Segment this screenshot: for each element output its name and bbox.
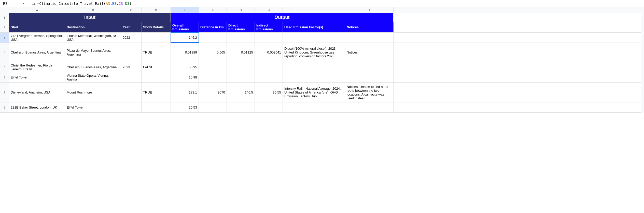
column-header-d[interactable]: D [142,7,171,13]
cell-destination[interactable]: Obelisco, Buenos Aires, Argentina [65,62,121,72]
cell-overall-emissions[interactable]: 55.95 [171,62,199,72]
cell-used-factors[interactable] [283,72,345,82]
cell-show-details[interactable]: TRUE [142,83,171,102]
cell-start[interactable]: Obelisco, Buenos Aires, Argentina [9,43,65,62]
scroll-edge [641,7,644,113]
cell-destination[interactable]: Vienna State Opera, Vienna, Austria [65,72,121,82]
cell-destination[interactable]: Lincoln Memorial, Washington, DC, USA [65,33,121,43]
column-resize-handle[interactable] [254,8,255,13]
cell-show-details[interactable] [142,72,171,82]
row-header-3[interactable]: 3 [0,33,9,43]
table-header-used-factors: Used Emission Factor(s) [283,22,345,32]
cell-distance[interactable] [199,33,227,43]
cell-start[interactable]: Disneyland, Anaheim, USA [9,83,65,102]
cell-direct-emissions[interactable] [227,72,255,82]
column-header-j[interactable]: J [345,7,394,13]
column-header-f[interactable]: F [199,7,227,13]
formula-arg4: D3 [125,2,129,6]
cell-direct-emissions[interactable] [227,33,255,43]
cell-year[interactable] [121,72,142,82]
cell-overall-emissions[interactable]: 0.01389 [171,43,199,62]
cell-reference-input[interactable] [2,1,22,6]
row-header-1[interactable]: 1 [0,13,9,22]
divider [30,1,30,6]
cell-start[interactable]: 742 Evergreen Terrace, Springfield, USA [9,33,65,43]
cell-indirect-emissions[interactable] [255,33,283,43]
cell-used-factors[interactable] [283,102,345,112]
cell-distance[interactable]: 2070 [199,83,227,102]
cell-indirect-emissions[interactable]: 36.55 [255,83,283,102]
cell-direct-emissions[interactable] [227,102,255,112]
row-headers: 12345678 [0,13,9,113]
cell-overall-emissions[interactable]: 15.98 [171,72,199,82]
column-header-e[interactable]: E [171,7,199,13]
cell-notices[interactable] [345,102,394,112]
table-header-year: Year [121,22,142,32]
cell-notices[interactable] [345,33,394,43]
cell-indirect-emissions[interactable] [255,72,283,82]
cell-start[interactable]: Christ the Redeemer, Rio de Janeiro, Bra… [9,62,65,72]
cell-distance[interactable] [199,102,227,112]
cell-overall-emissions[interactable]: 183.1 [171,83,199,102]
row-header-4[interactable]: 4 [0,43,9,62]
cell-notices[interactable]: Notices: Unable to find a rail route bet… [345,83,394,102]
fx-label: fx [32,2,35,6]
cell-overall-emissions[interactable]: 146.2 [171,33,199,43]
cell-used-factors[interactable]: Diesel (100% mineral diesel), 2023, Unit… [283,43,345,62]
cell-indirect-emissions[interactable]: 0.002641 [255,43,283,62]
section-header-input: Input [9,13,171,22]
formula-arg1: A3 [106,2,110,6]
cell-year[interactable] [121,43,142,62]
cell-destination[interactable]: Mount Rushmore [65,83,121,102]
cell-direct-emissions[interactable]: 0.01125 [227,43,255,62]
cell-overall-emissions[interactable]: 20.53 [171,102,199,112]
cell-show-details[interactable] [142,102,171,112]
cell-notices[interactable] [345,62,394,72]
cell-notices[interactable]: Notices: [345,43,394,62]
cell-start[interactable]: Eiffel Tower [9,72,65,82]
cell-used-factors[interactable] [283,33,345,43]
row-header-6[interactable]: 6 [0,72,9,83]
formula-input[interactable]: =Climatiq_Calculate_Travel_Rail(A3,B3,C3… [37,2,642,6]
formula-bar: ▼ fx =Climatiq_Calculate_Travel_Rail(A3,… [0,0,644,7]
cell-year[interactable]: 2023 [121,62,142,72]
column-header-g[interactable]: G [227,7,255,13]
cell-used-factors[interactable] [283,62,345,72]
select-all-corner[interactable] [0,7,9,13]
row-header-7[interactable]: 7 [0,83,9,102]
cell-distance[interactable] [199,62,227,72]
table-header-show-details: Show Details [142,22,171,32]
row-header-2[interactable]: 2 [0,22,9,33]
cell-distance[interactable]: 0.665 [199,43,227,62]
formula-func: =Climatiq_Calculate_Travel_Rail( [37,2,106,6]
cell-start[interactable]: 221B Baker Street, London, UK [9,102,65,112]
cell-notices[interactable] [345,72,394,82]
column-header-a[interactable]: A [9,7,65,13]
column-header-h[interactable]: H [255,7,283,13]
formula-comma: , [110,2,112,6]
cell-distance[interactable] [199,72,227,82]
cell-indirect-emissions[interactable] [255,102,283,112]
cell-direct-emissions[interactable]: 146.5 [227,83,255,102]
column-header-c[interactable]: C [121,7,142,13]
cell-destination[interactable]: Plaza de Mayo, Buenos Aires, Argentina [65,43,121,62]
column-header-b[interactable]: B [65,7,121,13]
section-header-output: Output [171,13,394,22]
cell-ref-dropdown-icon[interactable]: ▼ [22,2,25,5]
cell-year[interactable]: 2022 [121,33,142,43]
cell-year[interactable] [121,102,142,112]
formula-comma: , [117,2,119,6]
cell-show-details[interactable]: FALSE [142,62,171,72]
cell-indirect-emissions[interactable] [255,62,283,72]
formula-close: ) [129,2,131,6]
cell-show-details[interactable]: TRUE [142,43,171,62]
row-header-8[interactable]: 8 [0,102,9,113]
cell-destination[interactable]: Eiffel Tower [65,102,121,112]
selection-handle[interactable] [198,42,199,43]
cell-direct-emissions[interactable] [227,62,255,72]
row-header-5[interactable]: 5 [0,62,9,72]
cell-used-factors[interactable]: Intercity Rail - National Average, 2024,… [283,83,345,102]
cell-show-details[interactable] [142,33,171,43]
cell-year[interactable] [121,83,142,102]
column-header-i[interactable]: I [283,7,345,13]
